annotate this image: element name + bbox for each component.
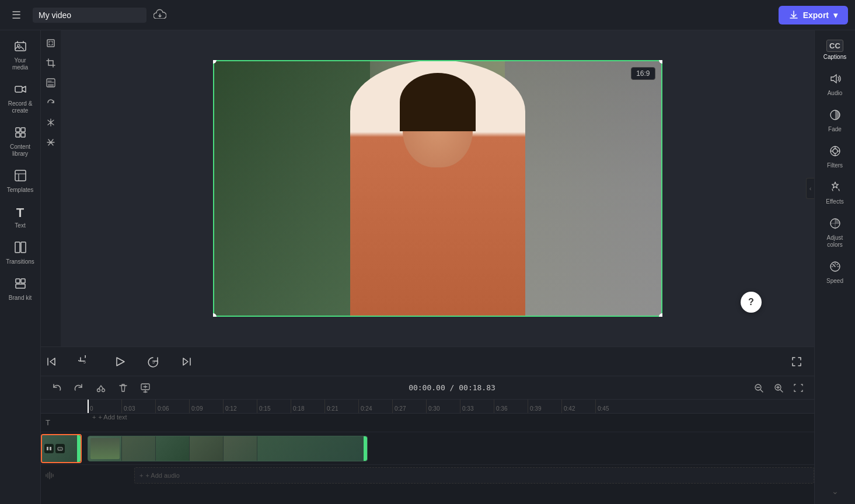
svg-rect-15 bbox=[48, 84, 54, 86]
topbar: ☰ Export ▾ bbox=[0, 0, 855, 30]
ruler-mark: 0:24 bbox=[358, 400, 392, 413]
transitions-icon bbox=[14, 241, 27, 257]
svg-point-1 bbox=[18, 44, 20, 47]
zoom-in-button[interactable] bbox=[770, 380, 787, 396]
ruler-mark: 0:36 bbox=[494, 400, 528, 413]
add-audio-button[interactable]: + + Add audio bbox=[135, 472, 184, 479]
redo-button[interactable] bbox=[70, 380, 88, 396]
video-clip-frames[interactable] bbox=[88, 436, 368, 461]
text-track-content[interactable]: + + Add text bbox=[88, 414, 814, 432]
fit-tool-button[interactable] bbox=[43, 35, 59, 51]
add-text-button[interactable]: + + Add text bbox=[88, 414, 814, 421]
right-panel-item-adjust-colors[interactable]: Adjustcolors bbox=[817, 212, 853, 253]
audio-icon bbox=[829, 72, 842, 88]
subtitle-tool-button[interactable] bbox=[43, 75, 59, 91]
video-canvas[interactable]: 16:9 bbox=[213, 60, 662, 317]
delete-button[interactable] bbox=[114, 380, 132, 396]
right-panel-item-effects[interactable]: Effects bbox=[817, 176, 853, 210]
right-sidebar: CC Captions Audio Fade bbox=[814, 30, 855, 504]
ruler-mark: 0:09 bbox=[189, 400, 223, 413]
zoom-out-button[interactable] bbox=[750, 380, 767, 396]
right-panel-item-fade[interactable]: Fade bbox=[817, 104, 853, 138]
flip-h-tool-button[interactable] bbox=[43, 114, 59, 131]
crop-tool-button[interactable] bbox=[43, 55, 59, 71]
center-area: 16:9 ? ‹ 5 bbox=[41, 30, 814, 504]
text-icon: T bbox=[16, 205, 24, 220]
undo-button[interactable] bbox=[48, 380, 65, 396]
rewind-5s-button[interactable]: 5 bbox=[74, 353, 96, 370]
content-library-icon bbox=[14, 126, 27, 142]
play-pause-button[interactable] bbox=[107, 352, 131, 371]
video-clip-timeline[interactable] bbox=[88, 434, 814, 463]
timeline-current-time: 00:00.00 / 00:18.83 bbox=[159, 383, 745, 392]
right-panel-collapse-arrow[interactable]: ‹ bbox=[806, 178, 814, 199]
right-sidebar-collapse-arrow[interactable]: ⌄ bbox=[828, 483, 842, 499]
svg-rect-3 bbox=[16, 128, 20, 132]
main-area: Your media Record &create Contentlibra bbox=[0, 30, 855, 504]
rotate-tool-button[interactable] bbox=[43, 94, 59, 111]
playback-controls: 5 5 bbox=[41, 346, 814, 376]
right-panel-item-captions[interactable]: CC Captions bbox=[817, 35, 853, 65]
sidebar-item-your-media[interactable]: Your media bbox=[2, 35, 39, 76]
svg-rect-11 bbox=[21, 279, 25, 283]
ruler-mark: 0:12 bbox=[223, 400, 257, 413]
skip-to-start-button[interactable] bbox=[41, 354, 62, 370]
ruler-mark: 0:27 bbox=[392, 400, 426, 413]
audio-track: + + Add audio bbox=[41, 465, 814, 486]
svg-rect-5 bbox=[16, 133, 20, 137]
fade-icon bbox=[829, 108, 842, 124]
sidebar-item-brand-kit[interactable]: Brand kit bbox=[2, 272, 39, 306]
ruler-marks: 0 0:03 0:06 0:09 0:12 0:15 0:18 0:21 0:2… bbox=[88, 400, 629, 413]
right-panel-item-speed[interactable]: Speed bbox=[817, 256, 853, 289]
adjust-colors-icon bbox=[829, 217, 842, 233]
flip-v-tool-button[interactable] bbox=[43, 134, 59, 150]
help-button[interactable]: ? bbox=[741, 292, 762, 313]
ruler-mark: 0:39 bbox=[528, 400, 561, 413]
sidebar-item-transitions[interactable]: Transitions bbox=[2, 236, 39, 270]
export-button[interactable]: Export ▾ bbox=[779, 6, 848, 24]
svg-point-19 bbox=[102, 388, 105, 391]
speed-icon bbox=[829, 260, 842, 276]
project-title-input[interactable] bbox=[33, 8, 146, 23]
audio-track-label bbox=[41, 471, 88, 480]
timeline-toolbar: 00:00.00 / 00:18.83 bbox=[41, 376, 814, 400]
ruler-mark: 0:21 bbox=[324, 400, 358, 413]
sidebar-item-templates[interactable]: Templates bbox=[2, 164, 39, 198]
your-media-icon bbox=[14, 40, 27, 55]
add-to-timeline-button[interactable] bbox=[137, 380, 154, 396]
video-clip-thumbnail[interactable]: CC bbox=[41, 434, 82, 463]
right-panel-item-filters[interactable]: Filters bbox=[817, 140, 853, 174]
ruler-mark: 0:15 bbox=[257, 400, 291, 413]
svg-point-18 bbox=[97, 388, 100, 391]
skip-to-end-button[interactable] bbox=[176, 354, 197, 370]
svg-rect-13 bbox=[47, 40, 54, 47]
menu-icon[interactable]: ☰ bbox=[7, 6, 26, 24]
playhead[interactable] bbox=[88, 400, 89, 413]
ruler-mark: 0 bbox=[88, 400, 121, 413]
audio-track-content[interactable]: + + Add audio bbox=[134, 467, 814, 484]
right-panel-item-audio[interactable]: Audio bbox=[817, 68, 853, 102]
forward-5s-button[interactable]: 5 bbox=[142, 353, 165, 370]
timeline-ruler: 0 0:03 0:06 0:09 0:12 0:15 0:18 0:21 0:2… bbox=[41, 400, 814, 414]
templates-icon bbox=[14, 169, 27, 185]
svg-rect-4 bbox=[21, 128, 25, 132]
sidebar-item-record-create[interactable]: Record &create bbox=[2, 78, 39, 119]
svg-rect-2 bbox=[15, 86, 22, 92]
timeline: 00:00.00 / 00:18.83 bbox=[41, 376, 814, 504]
cut-button[interactable] bbox=[92, 380, 110, 396]
timeline-fit-button[interactable] bbox=[790, 380, 807, 396]
svg-rect-0 bbox=[15, 43, 26, 51]
ruler-mark: 0:06 bbox=[155, 400, 189, 413]
ruler-mark: 0:33 bbox=[460, 400, 494, 413]
ratio-badge[interactable]: 16:9 bbox=[631, 67, 655, 80]
text-track-label: T bbox=[41, 418, 88, 427]
cloud-save-icon[interactable] bbox=[153, 8, 166, 22]
text-track: T + + Add text bbox=[41, 414, 814, 432]
svg-text:5: 5 bbox=[83, 360, 86, 364]
sidebar-item-text[interactable]: T Text bbox=[2, 201, 39, 234]
sidebar-item-content-library[interactable]: Contentlibrary bbox=[2, 121, 39, 162]
effects-icon bbox=[829, 181, 842, 197]
svg-rect-7 bbox=[15, 170, 26, 181]
svg-text:CC: CC bbox=[58, 447, 62, 450]
fullscreen-button[interactable] bbox=[786, 354, 807, 370]
